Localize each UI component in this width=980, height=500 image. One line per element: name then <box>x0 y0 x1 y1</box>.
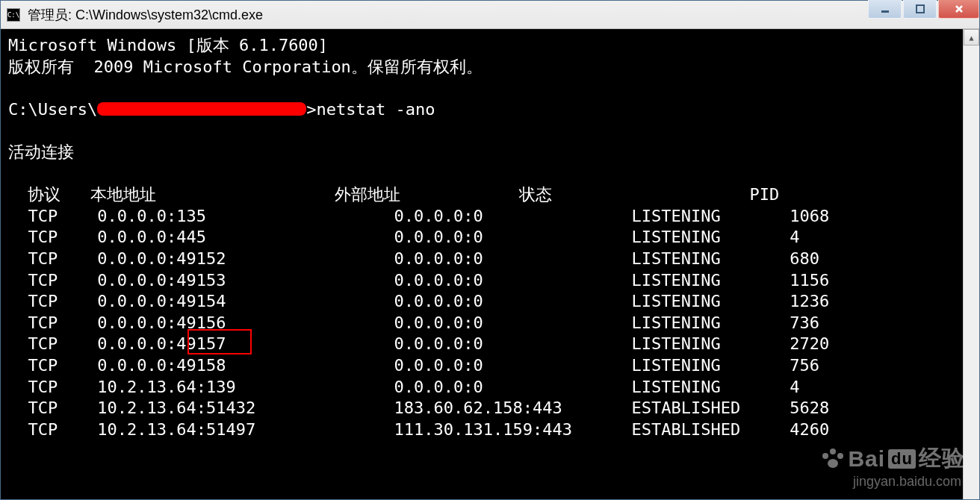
connection-row: TCP 0.0.0.0:49154 0.0.0.0:0 LISTENING 12… <box>8 291 963 313</box>
close-button[interactable] <box>938 0 979 19</box>
scroll-track[interactable] <box>964 46 979 499</box>
vertical-scrollbar[interactable]: ▲ <box>963 29 979 499</box>
cmd-window: C:\ 管理员: C:\Windows\system32\cmd.exe Mic… <box>0 0 980 500</box>
copyright-line: 版权所有 2009 Microsoft Corporation。保留所有权利。 <box>8 57 963 78</box>
svg-rect-0 <box>881 10 889 13</box>
connection-row: TCP 0.0.0.0:49156 0.0.0.0:0 LISTENING 73… <box>8 313 963 334</box>
connection-row: TCP 0.0.0.0:445 0.0.0.0:0 LISTENING 4 <box>8 227 963 249</box>
connection-row: TCP 10.2.13.64:51432 183.60.62.158:443 E… <box>8 398 963 419</box>
connection-row: TCP 0.0.0.0:49157 0.0.0.0:0 LISTENING 27… <box>8 334 963 355</box>
prompt-line: C:\Users\>netstat -ano <box>8 99 963 121</box>
cmd-icon: C:\ <box>7 8 20 22</box>
port-highlight-box <box>187 329 252 354</box>
connection-row: TCP 10.2.13.64:139 0.0.0.0:0 LISTENING 4 <box>8 377 963 399</box>
connection-row: TCP 10.2.13.64:51497 111.30.131.159:443 … <box>8 419 963 441</box>
minimize-button[interactable] <box>868 0 902 19</box>
titlebar[interactable]: C:\ 管理员: C:\Windows\system32\cmd.exe <box>1 1 979 29</box>
connection-row: TCP 0.0.0.0:49158 0.0.0.0:0 LISTENING 75… <box>8 355 963 377</box>
svg-rect-1 <box>917 5 924 13</box>
scroll-up-arrow[interactable]: ▲ <box>964 29 979 46</box>
connection-row: TCP 0.0.0.0:135 0.0.0.0:0 LISTENING 1068 <box>8 206 963 228</box>
content-area: Microsoft Windows [版本 6.1.7600]版权所有 2009… <box>1 29 979 499</box>
maximize-button[interactable] <box>903 0 937 19</box>
window-title: 管理员: C:\Windows\system32\cmd.exe <box>28 6 263 24</box>
terminal-output[interactable]: Microsoft Windows [版本 6.1.7600]版权所有 2009… <box>1 29 963 499</box>
connection-row: TCP 0.0.0.0:49152 0.0.0.0:0 LISTENING 68… <box>8 249 963 270</box>
redacted-username <box>97 102 306 116</box>
version-line: Microsoft Windows [版本 6.1.7600] <box>8 35 963 57</box>
column-headers: 协议 本地地址 外部地址 状态 PID <box>8 184 963 206</box>
section-heading: 活动连接 <box>8 142 963 163</box>
connection-row: TCP 0.0.0.0:49153 0.0.0.0:0 LISTENING 11… <box>8 270 963 292</box>
window-controls <box>868 0 979 19</box>
